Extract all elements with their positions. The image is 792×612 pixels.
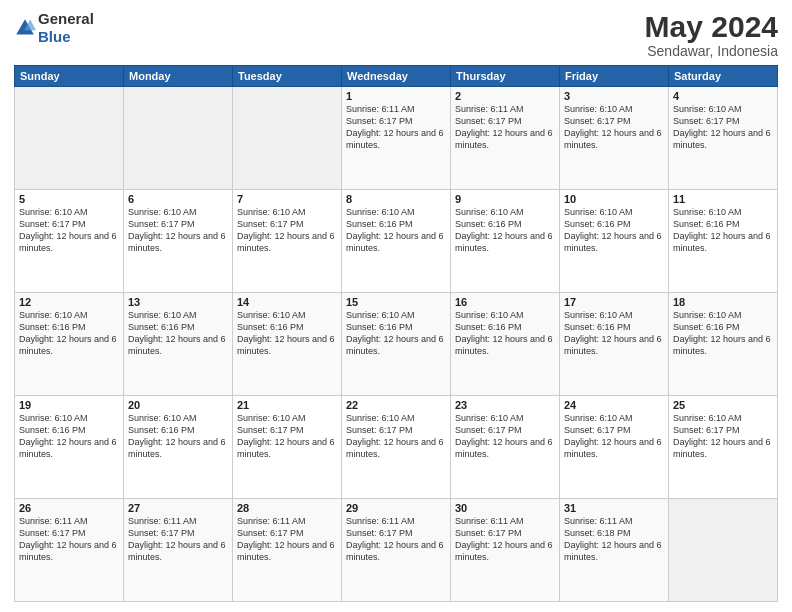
day-number: 1 (346, 90, 446, 102)
day-info: Sunrise: 6:11 AMSunset: 6:17 PMDaylight:… (19, 515, 119, 564)
day-number: 26 (19, 502, 119, 514)
day-number: 3 (564, 90, 664, 102)
day-number: 19 (19, 399, 119, 411)
calendar-cell-4-2: 28Sunrise: 6:11 AMSunset: 6:17 PMDayligh… (233, 499, 342, 602)
calendar-cell-3-5: 24Sunrise: 6:10 AMSunset: 6:17 PMDayligh… (560, 396, 669, 499)
day-number: 21 (237, 399, 337, 411)
day-number: 29 (346, 502, 446, 514)
day-number: 22 (346, 399, 446, 411)
day-number: 15 (346, 296, 446, 308)
day-number: 18 (673, 296, 773, 308)
calendar-cell-3-2: 21Sunrise: 6:10 AMSunset: 6:17 PMDayligh… (233, 396, 342, 499)
week-row-1: 1Sunrise: 6:11 AMSunset: 6:17 PMDaylight… (15, 87, 778, 190)
logo-blue: Blue (38, 28, 71, 45)
calendar-cell-3-1: 20Sunrise: 6:10 AMSunset: 6:16 PMDayligh… (124, 396, 233, 499)
day-number: 10 (564, 193, 664, 205)
day-info: Sunrise: 6:11 AMSunset: 6:17 PMDaylight:… (455, 103, 555, 152)
day-number: 25 (673, 399, 773, 411)
logo-text: General Blue (38, 10, 94, 46)
calendar-cell-1-0: 5Sunrise: 6:10 AMSunset: 6:17 PMDaylight… (15, 190, 124, 293)
day-info: Sunrise: 6:10 AMSunset: 6:17 PMDaylight:… (128, 206, 228, 255)
day-number: 4 (673, 90, 773, 102)
day-info: Sunrise: 6:10 AMSunset: 6:16 PMDaylight:… (19, 309, 119, 358)
calendar-cell-3-6: 25Sunrise: 6:10 AMSunset: 6:17 PMDayligh… (669, 396, 778, 499)
week-row-3: 12Sunrise: 6:10 AMSunset: 6:16 PMDayligh… (15, 293, 778, 396)
day-info: Sunrise: 6:11 AMSunset: 6:18 PMDaylight:… (564, 515, 664, 564)
page: General Blue May 2024 Sendawar, Indonesi… (0, 0, 792, 612)
header-sunday: Sunday (15, 66, 124, 87)
calendar-cell-4-6 (669, 499, 778, 602)
calendar-cell-4-5: 31Sunrise: 6:11 AMSunset: 6:18 PMDayligh… (560, 499, 669, 602)
day-info: Sunrise: 6:10 AMSunset: 6:17 PMDaylight:… (564, 412, 664, 461)
week-row-4: 19Sunrise: 6:10 AMSunset: 6:16 PMDayligh… (15, 396, 778, 499)
calendar-cell-2-4: 16Sunrise: 6:10 AMSunset: 6:16 PMDayligh… (451, 293, 560, 396)
calendar-cell-0-2 (233, 87, 342, 190)
day-number: 13 (128, 296, 228, 308)
day-number: 5 (19, 193, 119, 205)
day-number: 28 (237, 502, 337, 514)
day-info: Sunrise: 6:10 AMSunset: 6:17 PMDaylight:… (19, 206, 119, 255)
calendar-cell-2-6: 18Sunrise: 6:10 AMSunset: 6:16 PMDayligh… (669, 293, 778, 396)
day-info: Sunrise: 6:10 AMSunset: 6:16 PMDaylight:… (19, 412, 119, 461)
header: General Blue May 2024 Sendawar, Indonesi… (14, 10, 778, 59)
day-info: Sunrise: 6:11 AMSunset: 6:17 PMDaylight:… (346, 515, 446, 564)
calendar-cell-1-1: 6Sunrise: 6:10 AMSunset: 6:17 PMDaylight… (124, 190, 233, 293)
calendar-cell-3-0: 19Sunrise: 6:10 AMSunset: 6:16 PMDayligh… (15, 396, 124, 499)
title-block: May 2024 Sendawar, Indonesia (645, 10, 778, 59)
day-info: Sunrise: 6:11 AMSunset: 6:17 PMDaylight:… (455, 515, 555, 564)
header-wednesday: Wednesday (342, 66, 451, 87)
day-number: 27 (128, 502, 228, 514)
calendar-cell-2-1: 13Sunrise: 6:10 AMSunset: 6:16 PMDayligh… (124, 293, 233, 396)
day-number: 16 (455, 296, 555, 308)
day-number: 24 (564, 399, 664, 411)
day-info: Sunrise: 6:10 AMSunset: 6:17 PMDaylight:… (237, 206, 337, 255)
day-info: Sunrise: 6:10 AMSunset: 6:16 PMDaylight:… (128, 412, 228, 461)
calendar-cell-4-0: 26Sunrise: 6:11 AMSunset: 6:17 PMDayligh… (15, 499, 124, 602)
day-info: Sunrise: 6:10 AMSunset: 6:16 PMDaylight:… (455, 206, 555, 255)
day-info: Sunrise: 6:10 AMSunset: 6:16 PMDaylight:… (564, 206, 664, 255)
calendar-cell-2-5: 17Sunrise: 6:10 AMSunset: 6:16 PMDayligh… (560, 293, 669, 396)
calendar-cell-0-4: 2Sunrise: 6:11 AMSunset: 6:17 PMDaylight… (451, 87, 560, 190)
calendar-cell-1-4: 9Sunrise: 6:10 AMSunset: 6:16 PMDaylight… (451, 190, 560, 293)
calendar-cell-0-0 (15, 87, 124, 190)
calendar-cell-0-1 (124, 87, 233, 190)
day-info: Sunrise: 6:10 AMSunset: 6:17 PMDaylight:… (673, 103, 773, 152)
calendar-cell-1-2: 7Sunrise: 6:10 AMSunset: 6:17 PMDaylight… (233, 190, 342, 293)
day-number: 31 (564, 502, 664, 514)
header-monday: Monday (124, 66, 233, 87)
day-number: 11 (673, 193, 773, 205)
calendar-cell-3-3: 22Sunrise: 6:10 AMSunset: 6:17 PMDayligh… (342, 396, 451, 499)
day-number: 12 (19, 296, 119, 308)
logo: General Blue (14, 10, 94, 46)
day-number: 6 (128, 193, 228, 205)
day-info: Sunrise: 6:10 AMSunset: 6:16 PMDaylight:… (237, 309, 337, 358)
day-info: Sunrise: 6:10 AMSunset: 6:17 PMDaylight:… (346, 412, 446, 461)
day-info: Sunrise: 6:10 AMSunset: 6:17 PMDaylight:… (564, 103, 664, 152)
title-month: May 2024 (645, 10, 778, 43)
day-info: Sunrise: 6:11 AMSunset: 6:17 PMDaylight:… (346, 103, 446, 152)
header-friday: Friday (560, 66, 669, 87)
day-info: Sunrise: 6:10 AMSunset: 6:16 PMDaylight:… (673, 309, 773, 358)
calendar-cell-0-5: 3Sunrise: 6:10 AMSunset: 6:17 PMDaylight… (560, 87, 669, 190)
day-number: 17 (564, 296, 664, 308)
calendar-table: Sunday Monday Tuesday Wednesday Thursday… (14, 65, 778, 602)
day-info: Sunrise: 6:10 AMSunset: 6:17 PMDaylight:… (673, 412, 773, 461)
day-number: 7 (237, 193, 337, 205)
day-number: 2 (455, 90, 555, 102)
day-info: Sunrise: 6:10 AMSunset: 6:16 PMDaylight:… (564, 309, 664, 358)
logo-general: General (38, 10, 94, 27)
calendar-cell-1-6: 11Sunrise: 6:10 AMSunset: 6:16 PMDayligh… (669, 190, 778, 293)
day-number: 8 (346, 193, 446, 205)
day-info: Sunrise: 6:11 AMSunset: 6:17 PMDaylight:… (128, 515, 228, 564)
calendar-cell-4-3: 29Sunrise: 6:11 AMSunset: 6:17 PMDayligh… (342, 499, 451, 602)
day-info: Sunrise: 6:11 AMSunset: 6:17 PMDaylight:… (237, 515, 337, 564)
calendar-cell-1-5: 10Sunrise: 6:10 AMSunset: 6:16 PMDayligh… (560, 190, 669, 293)
calendar-cell-0-6: 4Sunrise: 6:10 AMSunset: 6:17 PMDaylight… (669, 87, 778, 190)
week-row-2: 5Sunrise: 6:10 AMSunset: 6:17 PMDaylight… (15, 190, 778, 293)
day-number: 23 (455, 399, 555, 411)
day-number: 20 (128, 399, 228, 411)
header-saturday: Saturday (669, 66, 778, 87)
day-info: Sunrise: 6:10 AMSunset: 6:16 PMDaylight:… (673, 206, 773, 255)
calendar-cell-2-2: 14Sunrise: 6:10 AMSunset: 6:16 PMDayligh… (233, 293, 342, 396)
calendar-cell-2-3: 15Sunrise: 6:10 AMSunset: 6:16 PMDayligh… (342, 293, 451, 396)
